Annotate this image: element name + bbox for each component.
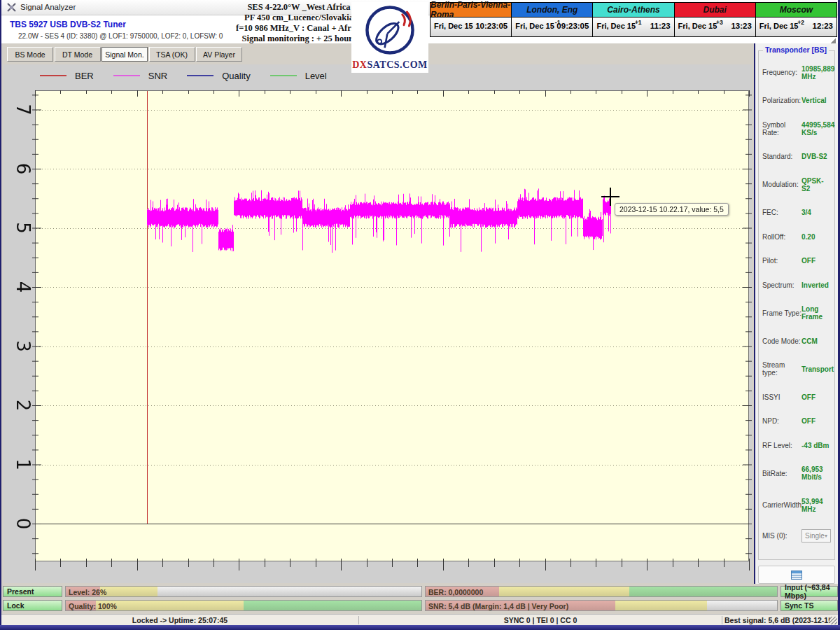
bar-segment <box>615 601 707 610</box>
input-badge: Input (~63,84 Mbps) <box>780 586 838 597</box>
app-icon <box>7 3 16 12</box>
transponder-value: OFF <box>802 257 816 265</box>
transponder-value: Transport <box>802 365 834 373</box>
tab-tsa-ok[interactable]: TSA (OK) <box>149 47 195 62</box>
transponder-value: Long Frame <box>802 305 831 321</box>
window-title: Signal Analyzer <box>20 3 76 11</box>
clock-4: MoscowFri, Dec 15+212:23 <box>756 3 836 36</box>
tuner-subtitle: 22.0W - SES 4 (ID: 3380) @ LOF1: 9750000… <box>18 32 223 40</box>
transponder-value: CCM <box>802 337 818 345</box>
transponder-row: Code Mode:CCM <box>759 337 834 345</box>
transponder-row: FEC:3/4 <box>759 209 834 216</box>
tab-dt-mode[interactable]: DT Mode <box>55 47 101 62</box>
groupbox-title: Transponder [BS] <box>763 46 829 54</box>
transponder-label: Modulation: <box>762 181 802 188</box>
transponder-label: RollOff: <box>762 233 802 241</box>
mis-value: Single <box>805 532 825 540</box>
mis-dropdown[interactable]: Single▾ <box>802 529 831 542</box>
monitoring-info-line: SES 4-22.0°W _West Africa <box>232 2 365 13</box>
transponder-label: Frequency: <box>762 69 802 76</box>
tab-signal-mon[interactable]: Signal Mon. <box>102 47 148 62</box>
chevron-down-icon: ▾ <box>825 533 827 539</box>
transponder-label: NPD: <box>762 417 802 425</box>
bar-segment <box>499 587 629 596</box>
clock-date: Fri, Dec 15 <box>596 22 636 30</box>
logo-text: DXSATCS.COM <box>351 59 428 71</box>
transponder-row: Frame Type:Long Frame <box>759 305 834 321</box>
transponder-row: CarrierWidth:53,994 MHz <box>759 498 834 513</box>
transponder-value: 10985,889 MHz <box>802 65 834 80</box>
chart-legend: BERSNRQualityLevel <box>40 67 327 84</box>
transponder-label: CarrierWidth: <box>762 501 802 509</box>
transponder-value: 44995,584 KS/s <box>802 121 834 136</box>
tab-bs-mode[interactable]: BS Mode <box>7 47 53 62</box>
transponder-label: Pilot: <box>762 257 802 265</box>
snr-chart[interactable] <box>4 85 752 583</box>
transponder-row: Standard:DVB-S2 <box>759 153 834 160</box>
transponder-value: 66,953 Mbit/s <box>802 465 831 481</box>
legend-swatch <box>270 75 297 76</box>
monitoring-info: SES 4-22.0°W _West AfricaPF 450 cm_Lucen… <box>232 2 365 44</box>
monitoring-info-line: Signal monitoring : + 25 hours <box>232 34 365 44</box>
transponder-row: ISSYIOFF <box>759 393 834 401</box>
transponder-row: Polarization:Vertical <box>759 97 834 104</box>
snr-bar-text: SNR: 5,4 dB (Margin: 1,4 dB | Very Poor) <box>428 602 568 610</box>
monitoring-info-line: PF 450 cm_Lucenec/Slovakia <box>232 13 365 23</box>
transponder-value: 3/4 <box>802 209 811 216</box>
tab-av-player[interactable]: AV Player <box>196 47 242 62</box>
signal-analyzer-window: Signal Analyzer TBS 5927 USB DVB-S2 Tune… <box>0 0 840 630</box>
clock-body: Fri, Dec 15+313:23 <box>675 18 755 36</box>
signal-status-rows: Present Level: 26% BER: 0,0000000 Input … <box>1 584 838 614</box>
legend-label: SNR <box>148 71 167 81</box>
legend-swatch <box>187 75 214 76</box>
transponder-row: Symbol Rate:44995,584 KS/s <box>759 121 834 136</box>
legend-item-snr: SNR <box>113 71 167 81</box>
transponder-label: Standard: <box>762 153 802 160</box>
resize-grip[interactable] <box>830 617 837 624</box>
uptime-status: Locked -> Uptime: 25:07:45 <box>1 616 358 624</box>
legend-swatch <box>40 75 66 76</box>
tuner-title: TBS 5927 USB DVB-S2 Tuner <box>10 20 126 29</box>
bar-segment <box>629 587 777 596</box>
status-bar: Locked -> Uptime: 25:07:45 SYNC 0 | TEI … <box>1 614 838 625</box>
clock-time: 12:23 <box>813 22 833 30</box>
quality-bar: Quality: 100% <box>65 600 422 611</box>
transponder-value: -43 dBm <box>802 442 829 449</box>
ber-bar: BER: 0,0000000 <box>425 586 778 597</box>
stream-list-button[interactable] <box>758 566 835 584</box>
header: TBS 5927 USB DVB-S2 Tuner 22.0W - SES 4 … <box>1 15 838 43</box>
legend-item-ber: BER <box>40 71 94 81</box>
transponder-label: Code Mode: <box>762 337 802 345</box>
bar-segment <box>100 587 158 596</box>
present-badge: Present <box>3 586 62 597</box>
list-icon <box>791 570 802 580</box>
legend-item-quality: Quality <box>187 71 250 81</box>
transponder-value: DVB-S2 <box>802 153 827 160</box>
transponder-label: Spectrum: <box>762 281 802 289</box>
transponder-label: RF Level: <box>762 442 802 449</box>
clock-city: Dubai <box>675 3 755 18</box>
transponder-groupbox: Transponder [BS] Frequency:10985,889 MHz… <box>758 50 835 560</box>
legend-label: Level <box>305 71 327 81</box>
transponder-value: 0.20 <box>802 233 815 241</box>
clock-utc-offset: +1 <box>635 19 642 26</box>
monitoring-info-line: f=10 986 MHz_V : Canal + Africa <box>232 23 365 34</box>
transponder-value: Inverted <box>802 281 829 289</box>
transponder-value: OFF <box>802 417 816 425</box>
legend-label: Quality <box>222 71 250 81</box>
transponder-label: Stream type: <box>762 361 802 377</box>
lock-badge: Lock <box>3 600 62 611</box>
clock-utc-offset: +3 <box>716 19 723 26</box>
signal-chart-panel: BERSNRQualityLevel <box>4 64 752 583</box>
transponder-label: BitRate: <box>762 470 802 477</box>
clock-time: 11:23 <box>650 22 671 30</box>
transponder-value: QPSK-S2 <box>802 177 831 192</box>
transponder-label: Symbol Rate: <box>762 121 802 136</box>
clock-date: Fri, Dec 15 <box>434 22 473 30</box>
clock-body: Fri, Dec 15+111:23 <box>593 18 673 36</box>
transponder-row: Pilot:OFF <box>759 257 834 265</box>
clock-1: London, EngFri, Dec 15-109:23:05 <box>512 3 593 36</box>
legend-label: BER <box>75 71 94 81</box>
clock-time: 13:23 <box>731 22 751 30</box>
transponder-sidebar: Transponder [BS] Frequency:10985,889 MHz… <box>755 43 838 614</box>
